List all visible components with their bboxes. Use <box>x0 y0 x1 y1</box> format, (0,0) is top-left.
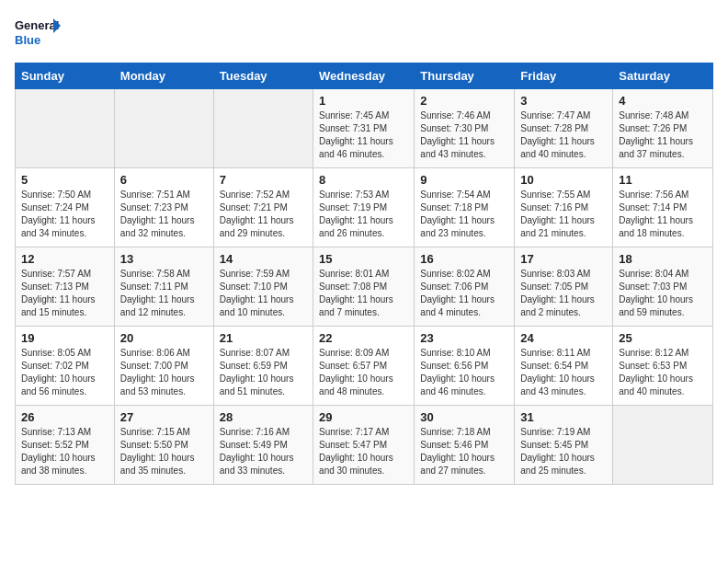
col-header-tuesday: Tuesday <box>213 63 313 89</box>
day-info: Sunrise: 8:01 AM Sunset: 7:08 PM Dayligh… <box>319 268 408 319</box>
day-info: Sunrise: 7:45 AM Sunset: 7:31 PM Dayligh… <box>319 109 408 161</box>
col-header-friday: Friday <box>515 63 613 89</box>
calendar-header-row: SundayMondayTuesdayWednesdayThursdayFrid… <box>16 63 713 89</box>
day-number: 30 <box>420 410 508 424</box>
calendar-cell: 4Sunrise: 7:48 AM Sunset: 7:26 PM Daylig… <box>613 89 713 168</box>
logo-svg: General Blue <box>15 15 61 52</box>
calendar-cell: 15Sunrise: 8:01 AM Sunset: 7:08 PM Dayli… <box>313 247 415 327</box>
day-number: 31 <box>520 410 607 424</box>
day-number: 28 <box>220 410 307 424</box>
calendar-cell <box>613 406 713 485</box>
calendar-cell: 29Sunrise: 7:17 AM Sunset: 5:47 PM Dayli… <box>313 406 415 485</box>
day-number: 14 <box>220 252 307 266</box>
calendar-cell: 5Sunrise: 7:50 AM Sunset: 7:24 PM Daylig… <box>16 168 115 247</box>
day-info: Sunrise: 7:54 AM Sunset: 7:18 PM Dayligh… <box>420 189 508 240</box>
day-info: Sunrise: 7:13 AM Sunset: 5:52 PM Dayligh… <box>21 426 108 477</box>
day-number: 24 <box>520 331 607 345</box>
day-info: Sunrise: 8:10 AM Sunset: 6:56 PM Dayligh… <box>420 347 508 398</box>
calendar-cell: 19Sunrise: 8:05 AM Sunset: 7:02 PM Dayli… <box>16 327 115 406</box>
calendar-cell: 13Sunrise: 7:58 AM Sunset: 7:11 PM Dayli… <box>114 247 213 327</box>
svg-text:General: General <box>15 18 59 32</box>
day-info: Sunrise: 7:48 AM Sunset: 7:26 PM Dayligh… <box>619 109 707 161</box>
day-info: Sunrise: 8:09 AM Sunset: 6:57 PM Dayligh… <box>319 347 408 398</box>
day-info: Sunrise: 7:50 AM Sunset: 7:24 PM Dayligh… <box>21 189 108 240</box>
day-number: 15 <box>319 252 408 266</box>
day-number: 21 <box>220 331 307 345</box>
calendar-cell <box>114 89 213 168</box>
day-info: Sunrise: 8:02 AM Sunset: 7:06 PM Dayligh… <box>420 268 508 319</box>
day-number: 6 <box>120 173 208 187</box>
day-number: 9 <box>420 173 508 187</box>
calendar-cell <box>213 89 313 168</box>
day-info: Sunrise: 8:03 AM Sunset: 7:05 PM Dayligh… <box>520 268 607 319</box>
calendar-cell: 21Sunrise: 8:07 AM Sunset: 6:59 PM Dayli… <box>213 327 313 406</box>
day-number: 25 <box>619 331 707 345</box>
calendar-cell: 24Sunrise: 8:11 AM Sunset: 6:54 PM Dayli… <box>515 327 613 406</box>
logo: General Blue <box>15 15 61 52</box>
calendar-cell: 20Sunrise: 8:06 AM Sunset: 7:00 PM Dayli… <box>114 327 213 406</box>
day-info: Sunrise: 7:55 AM Sunset: 7:16 PM Dayligh… <box>520 189 607 240</box>
day-info: Sunrise: 8:07 AM Sunset: 6:59 PM Dayligh… <box>220 347 307 398</box>
col-header-saturday: Saturday <box>613 63 713 89</box>
calendar-cell: 7Sunrise: 7:52 AM Sunset: 7:21 PM Daylig… <box>213 168 313 247</box>
day-number: 1 <box>319 94 408 108</box>
col-header-sunday: Sunday <box>16 63 115 89</box>
day-number: 10 <box>520 173 607 187</box>
calendar-table: SundayMondayTuesdayWednesdayThursdayFrid… <box>15 63 713 485</box>
calendar-cell: 9Sunrise: 7:54 AM Sunset: 7:18 PM Daylig… <box>415 168 515 247</box>
day-number: 29 <box>319 410 408 424</box>
calendar-cell: 2Sunrise: 7:46 AM Sunset: 7:30 PM Daylig… <box>415 89 515 168</box>
calendar-cell: 14Sunrise: 7:59 AM Sunset: 7:10 PM Dayli… <box>213 247 313 327</box>
day-info: Sunrise: 7:58 AM Sunset: 7:11 PM Dayligh… <box>120 268 208 319</box>
week-row-4: 19Sunrise: 8:05 AM Sunset: 7:02 PM Dayli… <box>16 327 713 406</box>
calendar-cell: 6Sunrise: 7:51 AM Sunset: 7:23 PM Daylig… <box>114 168 213 247</box>
calendar-cell: 25Sunrise: 8:12 AM Sunset: 6:53 PM Dayli… <box>613 327 713 406</box>
day-number: 22 <box>319 331 408 345</box>
calendar-cell: 23Sunrise: 8:10 AM Sunset: 6:56 PM Dayli… <box>415 327 515 406</box>
day-info: Sunrise: 7:52 AM Sunset: 7:21 PM Dayligh… <box>220 189 307 240</box>
day-info: Sunrise: 7:18 AM Sunset: 5:46 PM Dayligh… <box>420 426 508 477</box>
calendar-cell: 16Sunrise: 8:02 AM Sunset: 7:06 PM Dayli… <box>415 247 515 327</box>
page-header: General Blue <box>15 15 713 52</box>
week-row-3: 12Sunrise: 7:57 AM Sunset: 7:13 PM Dayli… <box>16 247 713 327</box>
week-row-1: 1Sunrise: 7:45 AM Sunset: 7:31 PM Daylig… <box>16 89 713 168</box>
day-number: 27 <box>120 410 208 424</box>
day-info: Sunrise: 8:05 AM Sunset: 7:02 PM Dayligh… <box>21 347 108 398</box>
day-number: 12 <box>21 252 108 266</box>
day-info: Sunrise: 7:15 AM Sunset: 5:50 PM Dayligh… <box>120 426 208 477</box>
day-number: 26 <box>21 410 108 424</box>
calendar-cell: 18Sunrise: 8:04 AM Sunset: 7:03 PM Dayli… <box>613 247 713 327</box>
day-number: 5 <box>21 173 108 187</box>
day-info: Sunrise: 7:16 AM Sunset: 5:49 PM Dayligh… <box>220 426 307 477</box>
calendar-cell: 26Sunrise: 7:13 AM Sunset: 5:52 PM Dayli… <box>16 406 115 485</box>
day-info: Sunrise: 7:46 AM Sunset: 7:30 PM Dayligh… <box>420 109 508 161</box>
day-number: 11 <box>619 173 707 187</box>
calendar-cell: 3Sunrise: 7:47 AM Sunset: 7:28 PM Daylig… <box>515 89 613 168</box>
day-number: 8 <box>319 173 408 187</box>
day-info: Sunrise: 7:47 AM Sunset: 7:28 PM Dayligh… <box>520 109 607 161</box>
calendar-cell: 30Sunrise: 7:18 AM Sunset: 5:46 PM Dayli… <box>415 406 515 485</box>
day-info: Sunrise: 8:06 AM Sunset: 7:00 PM Dayligh… <box>120 347 208 398</box>
day-number: 7 <box>220 173 307 187</box>
calendar-cell: 22Sunrise: 8:09 AM Sunset: 6:57 PM Dayli… <box>313 327 415 406</box>
day-info: Sunrise: 7:19 AM Sunset: 5:45 PM Dayligh… <box>520 426 607 477</box>
day-info: Sunrise: 7:17 AM Sunset: 5:47 PM Dayligh… <box>319 426 408 477</box>
calendar-cell: 10Sunrise: 7:55 AM Sunset: 7:16 PM Dayli… <box>515 168 613 247</box>
day-number: 23 <box>420 331 508 345</box>
calendar-cell: 1Sunrise: 7:45 AM Sunset: 7:31 PM Daylig… <box>313 89 415 168</box>
calendar-cell <box>16 89 115 168</box>
day-number: 13 <box>120 252 208 266</box>
day-info: Sunrise: 7:51 AM Sunset: 7:23 PM Dayligh… <box>120 189 208 240</box>
col-header-monday: Monday <box>114 63 213 89</box>
calendar-cell: 11Sunrise: 7:56 AM Sunset: 7:14 PM Dayli… <box>613 168 713 247</box>
calendar-cell: 12Sunrise: 7:57 AM Sunset: 7:13 PM Dayli… <box>16 247 115 327</box>
day-number: 18 <box>619 252 707 266</box>
day-number: 3 <box>520 94 607 108</box>
day-number: 4 <box>619 94 707 108</box>
calendar-cell: 31Sunrise: 7:19 AM Sunset: 5:45 PM Dayli… <box>515 406 613 485</box>
day-number: 20 <box>120 331 208 345</box>
col-header-wednesday: Wednesday <box>313 63 415 89</box>
day-number: 17 <box>520 252 607 266</box>
day-number: 19 <box>21 331 108 345</box>
calendar-cell: 8Sunrise: 7:53 AM Sunset: 7:19 PM Daylig… <box>313 168 415 247</box>
